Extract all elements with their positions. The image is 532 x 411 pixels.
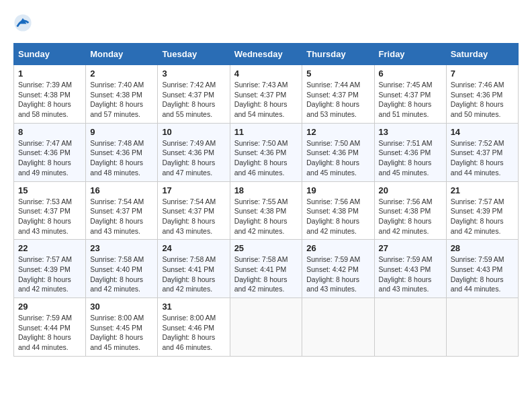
- day-number: 8: [18, 127, 81, 137]
- calendar-cell: 25Sunrise: 7:58 AMSunset: 4:41 PMDayligh…: [230, 240, 302, 298]
- day-number: 26: [306, 243, 369, 253]
- day-info: Sunrise: 7:56 AMSunset: 4:38 PMDaylight:…: [379, 197, 442, 236]
- day-info: Sunrise: 7:48 AMSunset: 4:36 PMDaylight:…: [90, 138, 153, 178]
- calendar-cell: 28Sunrise: 7:59 AMSunset: 4:43 PMDayligh…: [446, 240, 518, 298]
- calendar-cell: 1Sunrise: 7:39 AMSunset: 4:38 PMDaylight…: [14, 65, 86, 124]
- day-info: Sunrise: 7:40 AMSunset: 4:38 PMDaylight:…: [90, 80, 153, 120]
- calendar-cell: 18Sunrise: 7:55 AMSunset: 4:38 PMDayligh…: [230, 181, 302, 240]
- day-info: Sunrise: 7:58 AMSunset: 4:41 PMDaylight:…: [162, 255, 225, 294]
- weekday-header-tuesday: Tuesday: [158, 44, 230, 65]
- day-number: 14: [451, 127, 514, 137]
- day-info: Sunrise: 7:56 AMSunset: 4:38 PMDaylight:…: [306, 197, 369, 236]
- day-number: 20: [379, 185, 442, 195]
- day-number: 5: [306, 68, 369, 79]
- calendar-week-2: 8Sunrise: 7:47 AMSunset: 4:36 PMDaylight…: [14, 123, 519, 181]
- day-number: 30: [90, 302, 153, 312]
- calendar-header-row: SundayMondayTuesdayWednesdayThursdayFrid…: [14, 44, 519, 65]
- day-number: 4: [234, 68, 298, 79]
- calendar-cell: 16Sunrise: 7:54 AMSunset: 4:37 PMDayligh…: [86, 181, 158, 240]
- calendar-cell: 29Sunrise: 7:59 AMSunset: 4:44 PMDayligh…: [14, 298, 86, 357]
- day-number: 21: [451, 185, 514, 195]
- calendar-cell: 27Sunrise: 7:59 AMSunset: 4:43 PMDayligh…: [374, 240, 446, 298]
- day-number: 13: [379, 127, 442, 137]
- calendar-cell: [374, 298, 446, 357]
- calendar-week-5: 29Sunrise: 7:59 AMSunset: 4:44 PMDayligh…: [14, 298, 519, 357]
- calendar-cell: 26Sunrise: 7:59 AMSunset: 4:42 PMDayligh…: [302, 240, 374, 298]
- day-number: 27: [379, 243, 442, 253]
- calendar-body: 1Sunrise: 7:39 AMSunset: 4:38 PMDaylight…: [14, 65, 519, 357]
- weekday-header-thursday: Thursday: [302, 44, 374, 65]
- day-info: Sunrise: 7:57 AMSunset: 4:39 PMDaylight:…: [451, 197, 514, 236]
- calendar-cell: 6Sunrise: 7:45 AMSunset: 4:37 PMDaylight…: [374, 65, 446, 124]
- day-info: Sunrise: 7:59 AMSunset: 4:43 PMDaylight:…: [451, 255, 514, 294]
- calendar-cell: 21Sunrise: 7:57 AMSunset: 4:39 PMDayligh…: [446, 181, 518, 240]
- calendar-cell: 14Sunrise: 7:52 AMSunset: 4:37 PMDayligh…: [446, 123, 518, 181]
- calendar-cell: 19Sunrise: 7:56 AMSunset: 4:38 PMDayligh…: [302, 181, 374, 240]
- calendar-cell: 8Sunrise: 7:47 AMSunset: 4:36 PMDaylight…: [14, 123, 86, 181]
- page-header: [13, 13, 519, 32]
- day-info: Sunrise: 7:58 AMSunset: 4:41 PMDaylight:…: [234, 255, 298, 294]
- day-number: 22: [18, 243, 81, 253]
- calendar-cell: 9Sunrise: 7:48 AMSunset: 4:36 PMDaylight…: [86, 123, 158, 181]
- day-number: 11: [234, 127, 298, 137]
- day-info: Sunrise: 7:59 AMSunset: 4:44 PMDaylight:…: [18, 313, 81, 353]
- calendar-cell: 23Sunrise: 7:58 AMSunset: 4:40 PMDayligh…: [86, 240, 158, 298]
- weekday-header-sunday: Sunday: [14, 44, 86, 65]
- day-number: 29: [18, 302, 81, 312]
- day-number: 16: [90, 185, 153, 195]
- day-info: Sunrise: 7:55 AMSunset: 4:38 PMDaylight:…: [234, 197, 298, 236]
- calendar-cell: 17Sunrise: 7:54 AMSunset: 4:37 PMDayligh…: [158, 181, 230, 240]
- day-number: 9: [90, 127, 153, 137]
- calendar-cell: 12Sunrise: 7:50 AMSunset: 4:36 PMDayligh…: [302, 123, 374, 181]
- day-number: 3: [162, 68, 225, 79]
- calendar-week-4: 22Sunrise: 7:57 AMSunset: 4:39 PMDayligh…: [14, 240, 519, 298]
- day-number: 10: [162, 127, 225, 137]
- weekday-header-wednesday: Wednesday: [230, 44, 302, 65]
- weekday-header-friday: Friday: [374, 44, 446, 65]
- day-info: Sunrise: 7:59 AMSunset: 4:42 PMDaylight:…: [306, 255, 369, 294]
- calendar-cell: 4Sunrise: 7:43 AMSunset: 4:37 PMDaylight…: [230, 65, 302, 124]
- calendar-table: SundayMondayTuesdayWednesdayThursdayFrid…: [13, 43, 519, 357]
- calendar-cell: [446, 298, 518, 357]
- weekday-header-saturday: Saturday: [446, 44, 518, 65]
- calendar-cell: 5Sunrise: 7:44 AMSunset: 4:37 PMDaylight…: [302, 65, 374, 124]
- logo: [13, 13, 34, 32]
- day-info: Sunrise: 7:47 AMSunset: 4:36 PMDaylight:…: [18, 138, 81, 178]
- day-number: 7: [451, 68, 514, 79]
- day-info: Sunrise: 7:51 AMSunset: 4:36 PMDaylight:…: [379, 138, 442, 178]
- day-info: Sunrise: 7:59 AMSunset: 4:43 PMDaylight:…: [379, 255, 442, 294]
- day-info: Sunrise: 7:52 AMSunset: 4:37 PMDaylight:…: [451, 138, 514, 178]
- calendar-cell: 20Sunrise: 7:56 AMSunset: 4:38 PMDayligh…: [374, 181, 446, 240]
- calendar-cell: 22Sunrise: 7:57 AMSunset: 4:39 PMDayligh…: [14, 240, 86, 298]
- calendar-week-1: 1Sunrise: 7:39 AMSunset: 4:38 PMDaylight…: [14, 65, 519, 124]
- day-number: 1: [18, 68, 81, 79]
- day-info: Sunrise: 7:42 AMSunset: 4:37 PMDaylight:…: [162, 80, 225, 120]
- calendar-cell: 24Sunrise: 7:58 AMSunset: 4:41 PMDayligh…: [158, 240, 230, 298]
- day-info: Sunrise: 7:39 AMSunset: 4:38 PMDaylight:…: [18, 80, 81, 120]
- day-info: Sunrise: 7:57 AMSunset: 4:39 PMDaylight:…: [18, 255, 81, 294]
- calendar-week-3: 15Sunrise: 7:53 AMSunset: 4:37 PMDayligh…: [14, 181, 519, 240]
- calendar-cell: 13Sunrise: 7:51 AMSunset: 4:36 PMDayligh…: [374, 123, 446, 181]
- day-info: Sunrise: 7:45 AMSunset: 4:37 PMDaylight:…: [379, 80, 442, 120]
- calendar-cell: 7Sunrise: 7:46 AMSunset: 4:36 PMDaylight…: [446, 65, 518, 124]
- day-number: 24: [162, 243, 225, 253]
- day-info: Sunrise: 7:44 AMSunset: 4:37 PMDaylight:…: [306, 80, 369, 120]
- day-number: 23: [90, 243, 153, 253]
- day-number: 15: [18, 185, 81, 195]
- calendar-cell: 31Sunrise: 8:00 AMSunset: 4:46 PMDayligh…: [158, 298, 230, 357]
- day-number: 17: [162, 185, 225, 195]
- calendar-cell: 15Sunrise: 7:53 AMSunset: 4:37 PMDayligh…: [14, 181, 86, 240]
- calendar-cell: 3Sunrise: 7:42 AMSunset: 4:37 PMDaylight…: [158, 65, 230, 124]
- logo-icon: [13, 13, 32, 32]
- day-number: 25: [234, 243, 298, 253]
- day-info: Sunrise: 7:53 AMSunset: 4:37 PMDaylight:…: [18, 197, 81, 236]
- day-info: Sunrise: 7:46 AMSunset: 4:36 PMDaylight:…: [451, 80, 514, 120]
- day-number: 19: [306, 185, 369, 195]
- weekday-header-monday: Monday: [86, 44, 158, 65]
- day-info: Sunrise: 7:58 AMSunset: 4:40 PMDaylight:…: [90, 255, 153, 294]
- day-info: Sunrise: 8:00 AMSunset: 4:46 PMDaylight:…: [162, 313, 225, 353]
- day-info: Sunrise: 7:54 AMSunset: 4:37 PMDaylight:…: [90, 197, 153, 236]
- calendar-cell: 11Sunrise: 7:50 AMSunset: 4:36 PMDayligh…: [230, 123, 302, 181]
- day-info: Sunrise: 7:54 AMSunset: 4:37 PMDaylight:…: [162, 197, 225, 236]
- calendar-cell: [302, 298, 374, 357]
